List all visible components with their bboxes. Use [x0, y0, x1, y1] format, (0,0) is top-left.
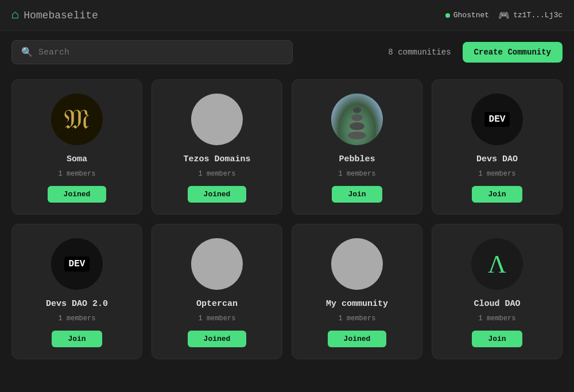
- community-members: 1 members: [339, 315, 376, 323]
- community-card[interactable]: DEV Devs DAO 2.0 1 members Join: [11, 224, 142, 359]
- community-avatar: [191, 238, 243, 290]
- network-dot: [445, 13, 450, 18]
- dev-badge-icon: DEV: [484, 112, 510, 127]
- wallet-icon: 🎮: [498, 10, 510, 21]
- joined-button[interactable]: Joined: [328, 331, 387, 347]
- lambda-logo-icon: Λ: [488, 250, 506, 279]
- joined-button[interactable]: Joined: [48, 186, 107, 203]
- dev-badge-icon: DEV: [64, 257, 90, 271]
- community-card[interactable]: Pebbles 1 members Join: [292, 79, 422, 215]
- community-avatar: Λ: [471, 238, 523, 290]
- create-community-button[interactable]: Create Community: [463, 42, 563, 63]
- network-label: Ghostnet: [453, 11, 489, 20]
- community-name: My community: [326, 299, 388, 309]
- community-members: 1 members: [59, 170, 96, 178]
- community-members: 1 members: [479, 170, 516, 178]
- community-avatar: [191, 94, 243, 145]
- community-card[interactable]: Λ Cloud DAO 1 members Join: [432, 224, 563, 359]
- community-name: Tezos Domains: [183, 154, 250, 164]
- community-members: 1 members: [59, 315, 96, 323]
- community-name: Devs DAO: [476, 154, 518, 164]
- community-card[interactable]: 𝔐 Soma 1 members Joined: [11, 79, 142, 215]
- community-card[interactable]: Tezos Domains 1 members Joined: [152, 79, 282, 215]
- app-title: Homebaselite: [24, 10, 98, 21]
- search-input[interactable]: [38, 48, 283, 57]
- community-members: 1 members: [199, 170, 236, 178]
- toolbar: 🔍 8 communities Create Community: [0, 31, 574, 73]
- logo-area: ⌂ Homebaselite: [11, 8, 98, 22]
- search-icon: 🔍: [21, 46, 33, 58]
- community-members: 1 members: [199, 315, 236, 323]
- community-avatar: [331, 238, 383, 290]
- community-card[interactable]: DEV Devs DAO 1 members Join: [432, 79, 563, 215]
- community-avatar: [331, 94, 383, 145]
- join-button[interactable]: Join: [52, 331, 102, 347]
- header-right: Ghostnet 🎮 tz1T...Lj3c: [445, 10, 563, 21]
- community-card[interactable]: My community 1 members Joined: [292, 224, 422, 359]
- search-box[interactable]: 🔍: [11, 40, 293, 64]
- joined-button[interactable]: Joined: [188, 331, 247, 347]
- pebble: [353, 107, 361, 113]
- wallet-address: tz1T...Lj3c: [513, 11, 563, 20]
- community-avatar: 𝔐: [51, 94, 103, 145]
- join-button[interactable]: Join: [472, 331, 522, 347]
- community-members: 1 members: [339, 170, 376, 178]
- pebble: [350, 122, 364, 130]
- community-name: Pebbles: [339, 154, 375, 164]
- toolbar-right: 8 communities Create Community: [388, 42, 563, 63]
- community-name: Soma: [67, 154, 87, 164]
- wallet-badge[interactable]: 🎮 tz1T...Lj3c: [498, 10, 563, 21]
- community-name: Devs DAO 2.0: [46, 299, 108, 309]
- community-card[interactable]: Optercan 1 members Joined: [152, 224, 282, 359]
- joined-button[interactable]: Joined: [188, 186, 247, 203]
- app-header: ⌂ Homebaselite Ghostnet 🎮 tz1T...Lj3c: [0, 0, 574, 31]
- community-name: Cloud DAO: [474, 299, 520, 309]
- network-badge: Ghostnet: [445, 11, 489, 20]
- communities-grid: 𝔐 Soma 1 members Joined Tezos Domains 1 …: [0, 73, 574, 371]
- community-avatar: DEV: [471, 94, 523, 145]
- community-avatar: DEV: [51, 238, 103, 290]
- soma-logo-icon: 𝔐: [64, 106, 90, 133]
- community-members: 1 members: [479, 315, 516, 323]
- pebble: [351, 114, 363, 121]
- join-button[interactable]: Join: [332, 186, 382, 203]
- community-name: Optercan: [196, 299, 238, 309]
- join-button[interactable]: Join: [472, 186, 522, 203]
- pebbles-stack: [348, 107, 366, 139]
- communities-count: 8 communities: [388, 48, 451, 57]
- homebase-icon: ⌂: [11, 8, 19, 22]
- pebble: [348, 131, 366, 139]
